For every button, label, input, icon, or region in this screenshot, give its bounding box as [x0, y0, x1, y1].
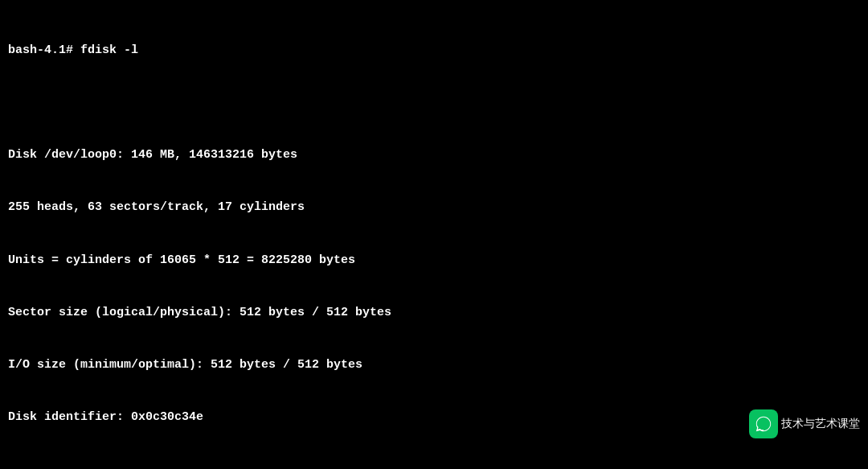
disk1-line4: Sector size (logical/physical): 512 byte… [8, 304, 860, 322]
disk1-header: Disk /dev/loop0: 146 MB, 146313216 bytes [8, 146, 860, 164]
terminal-output: bash-4.1# fdisk -l Disk /dev/loop0: 146 … [8, 6, 860, 469]
disk1-line5: I/O size (minimum/optimal): 512 bytes / … [8, 356, 860, 374]
watermark-label: 技术与艺术课堂 [781, 417, 860, 431]
watermark-icon [749, 409, 778, 438]
disk1-line2: 255 heads, 63 sectors/track, 17 cylinder… [8, 199, 860, 216]
watermark: 技术与艺术课堂 [749, 409, 860, 438]
disk1-line3: Units = cylinders of 16065 * 512 = 82252… [8, 252, 860, 269]
disk1-line6: Disk identifier: 0x0c30c34e [8, 409, 860, 426]
prompt-line: bash-4.1# fdisk -l [8, 42, 860, 60]
